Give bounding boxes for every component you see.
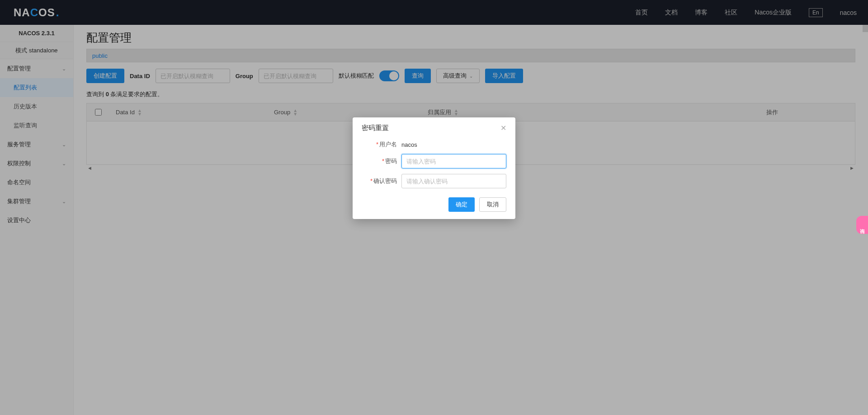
sort-icon: ▲▼: [293, 109, 297, 116]
top-header: NACOS. 首页 文档 博客 社区 Nacos企业版 En nacos: [0, 0, 868, 25]
chevron-down-icon: ⌄: [62, 142, 66, 148]
table-header-checkbox: [87, 109, 109, 116]
form-row-confirm: *确认密码: [353, 171, 515, 191]
form-row-username: *用户名 nacos: [353, 138, 515, 151]
table-header-data-id[interactable]: Data Id ▲▼: [109, 109, 268, 116]
float-help-button[interactable]: 咨询: [856, 216, 868, 234]
filter-row: 创建配置 Data ID Group 默认模糊匹配 查询 高级查询 ⌄ 导入配置: [86, 69, 855, 83]
modal-title: 密码重置: [362, 124, 389, 132]
sidebar-item-listener[interactable]: 监听查询: [0, 116, 73, 135]
top-nav: 首页 文档 博客 社区 Nacos企业版 En nacos: [635, 8, 857, 17]
namespace-bar: public: [86, 49, 855, 62]
password-reset-modal: 密码重置 ✕ *用户名 nacos *密码 *确认密码 确定 取消: [353, 117, 515, 219]
close-icon[interactable]: ✕: [500, 124, 506, 132]
scroll-left-icon[interactable]: ◄: [87, 165, 92, 171]
sidebar-group-settings[interactable]: 设置中心: [0, 211, 73, 230]
sort-icon: ▲▼: [137, 109, 142, 116]
advanced-query-button[interactable]: 高级查询 ⌄: [436, 69, 480, 83]
sidebar-group-cluster[interactable]: 集群管理 ⌄: [0, 192, 73, 211]
sidebar-mode: 模式 standalone: [0, 42, 73, 59]
fuzzy-switch[interactable]: [379, 70, 399, 81]
sidebar-group-auth[interactable]: 权限控制 ⌄: [0, 154, 73, 173]
password-input[interactable]: [401, 154, 506, 168]
chevron-down-icon: ⌄: [469, 74, 473, 79]
chevron-down-icon: ⌄: [62, 66, 66, 72]
chevron-down-icon: ⌄: [62, 161, 66, 167]
nav-enterprise[interactable]: Nacos企业版: [755, 9, 792, 17]
sidebar-version: NACOS 2.3.1: [0, 25, 73, 42]
select-all-checkbox[interactable]: [95, 109, 102, 116]
page-title: 配置管理: [86, 30, 855, 45]
label-group: Group: [236, 73, 253, 79]
nav-docs[interactable]: 文档: [665, 9, 678, 17]
table-header-group[interactable]: Group ▲▼: [268, 109, 421, 116]
label-data-id: Data ID: [130, 73, 150, 79]
confirm-password-input[interactable]: [401, 174, 506, 188]
scroll-right-icon[interactable]: ►: [849, 165, 854, 171]
table-header-action: 操作: [760, 108, 855, 117]
chevron-down-icon: ⌄: [62, 199, 66, 205]
group-input[interactable]: [259, 69, 333, 83]
modal-cancel-button[interactable]: 取消: [479, 197, 506, 212]
query-button[interactable]: 查询: [405, 69, 431, 83]
sidebar-group-namespace[interactable]: 命名空间: [0, 173, 73, 192]
sidebar-group-config[interactable]: 配置管理 ⌄: [0, 59, 73, 78]
sidebar: NACOS 2.3.1 模式 standalone 配置管理 ⌄ 配置列表 历史…: [0, 25, 74, 415]
user-menu[interactable]: nacos: [840, 9, 857, 16]
nav-blog[interactable]: 博客: [695, 9, 708, 17]
result-summary: 查询到 0 条满足要求的配置。: [86, 90, 855, 98]
namespace-link[interactable]: public: [92, 52, 108, 59]
sidebar-group-service[interactable]: 服务管理 ⌄: [0, 135, 73, 154]
table-header-app[interactable]: 归属应用 ▲▼: [421, 108, 760, 117]
nav-home[interactable]: 首页: [635, 9, 648, 17]
modal-header: 密码重置 ✕: [353, 117, 515, 138]
scrollbar-stub[interactable]: [863, 25, 868, 32]
modal-footer: 确定 取消: [353, 191, 515, 212]
form-row-password: *密码: [353, 151, 515, 171]
sidebar-item-history[interactable]: 历史版本: [0, 97, 73, 116]
create-config-button[interactable]: 创建配置: [86, 69, 124, 83]
data-id-input[interactable]: [156, 69, 230, 83]
logo: NACOS.: [14, 6, 59, 19]
sort-icon: ▲▼: [454, 109, 458, 116]
sidebar-item-config-list[interactable]: 配置列表: [0, 78, 73, 97]
main-content: 配置管理 public 创建配置 Data ID Group 默认模糊匹配 查询…: [74, 25, 868, 415]
modal-ok-button[interactable]: 确定: [448, 197, 475, 212]
nav-community[interactable]: 社区: [725, 9, 737, 17]
username-value: nacos: [401, 141, 417, 148]
import-config-button[interactable]: 导入配置: [485, 69, 523, 83]
label-fuzzy: 默认模糊匹配: [339, 72, 374, 80]
lang-toggle[interactable]: En: [809, 8, 823, 17]
